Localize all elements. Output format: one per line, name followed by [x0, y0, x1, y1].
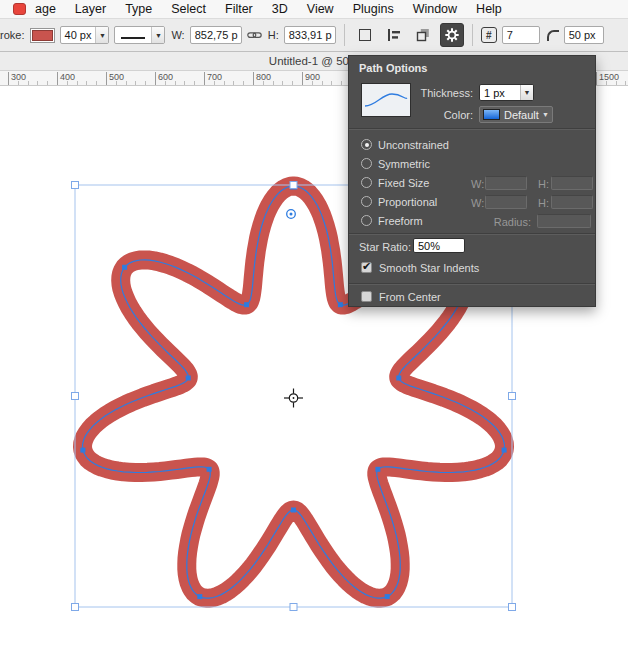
divider — [349, 128, 595, 130]
radio-icon — [361, 177, 372, 188]
panel-title: Path Options — [359, 62, 427, 74]
shape-width-field[interactable]: 852,75 p — [190, 26, 242, 44]
prop-h-label: H: — [538, 197, 549, 209]
menu-select[interactable]: Select — [171, 2, 206, 16]
radio-freeform[interactable]: Freeform — [361, 214, 423, 227]
radio-proportional[interactable]: Proportional — [361, 195, 437, 208]
path-anchor[interactable] — [291, 508, 296, 513]
path-arrangement-button[interactable] — [411, 23, 435, 47]
square-icon — [359, 29, 371, 41]
app-icon — [13, 3, 26, 15]
radio-label: Unconstrained — [378, 139, 449, 151]
transform-handle[interactable] — [290, 604, 297, 611]
stroke-color-fill — [32, 30, 53, 41]
stroke-color-swatch[interactable] — [30, 28, 55, 43]
prop-h-field — [551, 195, 593, 209]
menu-type[interactable]: Type — [125, 2, 152, 16]
transform-handle[interactable] — [72, 604, 79, 611]
transform-handle[interactable] — [509, 604, 516, 611]
path-anchor[interactable] — [385, 594, 390, 599]
divider — [344, 24, 345, 46]
star-ratio-value: 50% — [418, 240, 440, 252]
chevron-down-icon: ▼ — [539, 107, 552, 122]
shape-height-value: 833,91 p — [289, 29, 332, 41]
menu-window[interactable]: Window — [413, 2, 457, 16]
fixed-h-field — [551, 176, 593, 190]
color-value: Default — [504, 109, 539, 121]
checkbox-label: Smooth Star Indents — [379, 262, 479, 274]
sides-count-value: 7 — [507, 29, 513, 41]
ruler-number: 700 — [204, 72, 222, 82]
menu-3d[interactable]: 3D — [272, 2, 288, 16]
menu-view[interactable]: View — [307, 2, 334, 16]
radio-icon — [361, 139, 372, 150]
transform-handle[interactable] — [290, 182, 297, 189]
photoshop-window: ageLayerTypeSelectFilter3DViewPluginsWin… — [0, 0, 628, 663]
ruler-number: 800 — [253, 72, 271, 82]
prop-w-field — [485, 195, 527, 209]
radio-label: Freeform — [378, 215, 423, 227]
path-operations-button[interactable] — [353, 23, 377, 47]
radius-label: Radius: — [493, 216, 531, 228]
radio-unconstrained[interactable]: Unconstrained — [361, 138, 449, 151]
path-anchor[interactable] — [122, 265, 127, 270]
menu-bar: ageLayerTypeSelectFilter3DViewPluginsWin… — [0, 0, 628, 19]
anchor-target-icon[interactable] — [287, 210, 296, 219]
transform-handle[interactable] — [72, 393, 79, 400]
radio-icon — [361, 215, 372, 226]
corner-radius-value: 50 px — [569, 29, 596, 41]
stroke-width-select[interactable]: 40 px ▼ — [60, 26, 110, 44]
path-anchor[interactable] — [207, 467, 212, 472]
transform-handle[interactable] — [72, 182, 79, 189]
path-anchor[interactable] — [244, 302, 249, 307]
thickness-value: 1 px — [480, 87, 505, 99]
thickness-select[interactable]: 1 px ▼ — [479, 84, 534, 101]
menu-age[interactable]: age — [35, 2, 56, 16]
chevron-down-icon: ▼ — [520, 85, 533, 100]
stroke-width-value: 40 px — [61, 29, 96, 41]
path-anchor[interactable] — [375, 467, 380, 472]
smooth-star-indents-checkbox[interactable]: Smooth Star Indents — [361, 261, 479, 274]
solid-line-icon — [121, 37, 145, 39]
gear-icon — [444, 27, 460, 43]
path-anchor[interactable] — [338, 302, 343, 307]
menu-help[interactable]: Help — [476, 2, 502, 16]
ruler-number: 900 — [302, 72, 320, 82]
menu-layer[interactable]: Layer — [75, 2, 106, 16]
stroke-label: troke: — [0, 29, 25, 41]
menu-plugins[interactable]: Plugins — [353, 2, 394, 16]
path-anchor[interactable] — [80, 448, 85, 453]
shape-height-field[interactable]: 833,91 p — [284, 26, 336, 44]
blue-color-swatch — [483, 109, 500, 120]
sides-count-field[interactable]: 7 — [502, 26, 540, 44]
document-tab[interactable]: Untitled-1 @ 50% — [269, 55, 359, 67]
path-options-gear-button[interactable] — [440, 23, 464, 47]
prop-w-label: W: — [471, 197, 484, 209]
path-color-select[interactable]: Default ▼ — [479, 106, 553, 123]
path-anchor[interactable] — [197, 594, 202, 599]
divider — [349, 283, 595, 285]
radio-fixed-size[interactable]: Fixed Size — [361, 176, 429, 189]
radio-icon — [361, 196, 372, 207]
chevron-down-icon: ▼ — [151, 27, 164, 43]
transform-handle[interactable] — [509, 393, 516, 400]
link-dimensions-icon[interactable] — [247, 30, 262, 40]
path-alignment-button[interactable] — [382, 23, 406, 47]
align-icon — [387, 28, 401, 42]
shape-width-value: 852,75 p — [195, 29, 238, 41]
star-ratio-field[interactable]: 50% — [413, 238, 465, 253]
radio-symmetric[interactable]: Symmetric — [361, 157, 430, 170]
stroke-type-select[interactable]: ▼ — [114, 26, 165, 44]
from-center-checkbox[interactable]: From Center — [361, 290, 441, 303]
ruler-number: 1500 — [596, 72, 619, 82]
divider — [472, 24, 473, 46]
fixed-w-field — [485, 176, 527, 190]
fixed-h-label: H: — [538, 178, 549, 190]
divider — [349, 233, 595, 235]
path-anchor[interactable] — [396, 376, 401, 381]
corner-radius-field[interactable]: 50 px — [564, 26, 604, 44]
sides-count-icon: # — [481, 27, 497, 43]
path-anchor[interactable] — [186, 376, 191, 381]
menu-filter[interactable]: Filter — [225, 2, 253, 16]
path-anchor[interactable] — [502, 448, 507, 453]
